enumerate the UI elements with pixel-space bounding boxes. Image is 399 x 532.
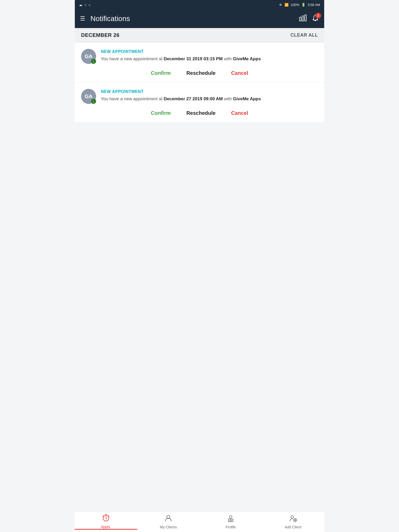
hamburger-menu-icon[interactable]: ☰ — [80, 15, 85, 22]
svg-rect-6 — [228, 519, 233, 522]
top-nav: ☰ Notifications 2 — [75, 9, 324, 28]
main-content: DECEMBER 26 CLEAR ALL GA ↓ NEW APPOINTME… — [75, 28, 324, 146]
bottom-nav-item-add-client[interactable]: Add Client — [262, 514, 324, 529]
date-header: DECEMBER 26 CLEAR ALL — [75, 28, 324, 43]
cancel-button[interactable]: Cancel — [229, 109, 251, 117]
clear-all-button[interactable]: CLEAR ALL — [290, 32, 318, 38]
svg-point-5 — [229, 516, 232, 518]
page-title: Notifications — [90, 15, 130, 23]
bottom-nav-item-profile[interactable]: Profile — [200, 514, 262, 529]
svg-rect-2 — [305, 15, 306, 21]
notification-type: NEW APPOINTMENT — [101, 89, 318, 94]
cancel-button[interactable]: Cancel — [229, 69, 251, 77]
svg-rect-1 — [302, 16, 304, 21]
add-client-label: Add Client — [285, 525, 302, 529]
status-bar: ☁ ⌂ ⌂ ⭘ 📶 100% 🔋 3:56 AM — [75, 0, 324, 9]
my-clients-label: My Clients — [160, 525, 177, 529]
notifications-list: GA ↓ NEW APPOINTMENT You have a new appo… — [75, 43, 324, 123]
status-bar-right: ⭘ 📶 100% 🔋 3:56 AM — [279, 3, 320, 7]
reschedule-button[interactable]: Reschedule — [184, 109, 218, 117]
notification-count-badge: 2 — [315, 13, 321, 18]
top-nav-left: ☰ Notifications — [80, 15, 130, 23]
reschedule-button[interactable]: Reschedule — [184, 69, 218, 77]
bottom-nav-item-appts[interactable]: Appts. — [75, 514, 137, 530]
notification-item: GA ↓ NEW APPOINTMENT You have a new appo… — [75, 83, 324, 123]
profile-icon — [227, 514, 235, 524]
notification-item: GA ↓ NEW APPOINTMENT You have a new appo… — [75, 43, 324, 83]
profile-label: Profile — [225, 525, 236, 529]
notification-type: NEW APPOINTMENT — [101, 49, 318, 54]
date-label: DECEMBER 26 — [81, 32, 119, 38]
top-nav-right: 2 — [299, 14, 319, 23]
add-client-icon — [289, 514, 297, 524]
home-icon: ⌂ — [84, 3, 87, 7]
confirm-button[interactable]: Confirm — [148, 69, 174, 77]
notification-body: You have a new appointment at December 2… — [101, 96, 318, 102]
home2-icon: ⌂ — [89, 3, 91, 7]
notification-text: NEW APPOINTMENT You have a new appointme… — [101, 89, 318, 102]
svg-rect-0 — [300, 17, 301, 21]
notification-text: NEW APPOINTMENT You have a new appointme… — [101, 49, 318, 62]
wifi-icon: 📶 — [284, 3, 289, 7]
notification-actions: Confirm Reschedule Cancel — [81, 64, 318, 82]
bluetooth-icon: ⭘ — [279, 3, 282, 7]
battery-icon: 🔋 — [301, 3, 305, 7]
time-display: 3:56 AM — [308, 3, 320, 7]
avatar-status-badge: ↓ — [91, 99, 96, 104]
avatar-container: GA ↓ — [81, 49, 96, 64]
battery-text: 100% — [291, 3, 299, 7]
confirm-button[interactable]: Confirm — [148, 109, 174, 117]
appts-label: Appts. — [101, 525, 111, 529]
weather-icon: ☁ — [79, 3, 82, 7]
bottom-nav: Appts. My Clients Profile — [75, 511, 324, 532]
notification-body: You have a new appointment at December 3… — [101, 56, 318, 62]
notification-content: GA ↓ NEW APPOINTMENT You have a new appo… — [81, 89, 318, 104]
notification-content: GA ↓ NEW APPOINTMENT You have a new appo… — [81, 49, 318, 64]
bottom-nav-item-my-clients[interactable]: My Clients — [137, 514, 200, 529]
status-bar-left: ☁ ⌂ ⌂ — [79, 3, 91, 7]
avatar-status-badge: ↓ — [91, 59, 96, 64]
bell-icon[interactable]: 2 — [312, 14, 319, 23]
avatar-container: GA ↓ — [81, 89, 96, 104]
alarm-icon — [102, 514, 110, 524]
my-clients-icon — [164, 514, 172, 524]
svg-point-9 — [291, 516, 294, 518]
chart-icon[interactable] — [299, 15, 307, 23]
notification-actions: Confirm Reschedule Cancel — [81, 104, 318, 122]
